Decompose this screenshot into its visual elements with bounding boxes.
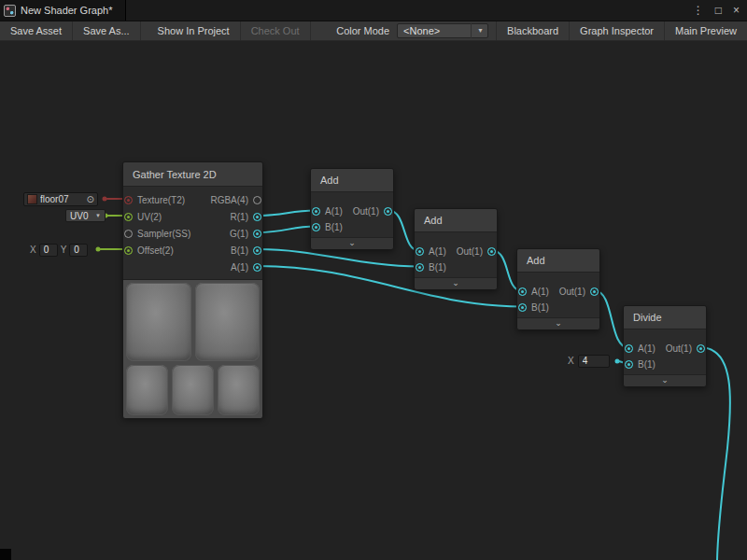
- uv-channel-value: UV0: [70, 211, 88, 221]
- port-label: B(1): [638, 359, 655, 370]
- offset-widget-port[interactable]: [96, 247, 101, 252]
- window-menu-icon[interactable]: ⋮: [693, 4, 704, 17]
- out-output-port[interactable]: [697, 344, 705, 353]
- shader-graph-toolbar: Save Asset Save As... Show In Project Ch…: [0, 21, 747, 41]
- node-title[interactable]: Gather Texture 2D: [123, 162, 262, 187]
- texture-input-port[interactable]: [124, 196, 133, 204]
- main-preview-toggle-button[interactable]: Main Preview: [664, 21, 747, 40]
- port-label: B(1): [429, 262, 446, 273]
- texture-name: floor07: [40, 194, 84, 204]
- node-texture-preview: [123, 279, 262, 418]
- uv-input-port[interactable]: [124, 213, 133, 221]
- offset-y-input[interactable]: 0: [69, 244, 88, 257]
- port-label: Out(1): [559, 287, 585, 297]
- collapse-chevron-icon[interactable]: ⌄: [624, 374, 706, 386]
- color-mode-dropdown[interactable]: <None> ▼: [397, 23, 488, 38]
- shader-graph-tab[interactable]: New Shader Graph*: [0, 0, 126, 21]
- save-as-button[interactable]: Save As...: [73, 21, 141, 40]
- uv-channel-dropdown[interactable]: UV0 ▼: [65, 209, 106, 222]
- b-input-port[interactable]: [625, 360, 633, 369]
- x-axis-label: X: [568, 356, 574, 366]
- port-label: A(1): [531, 287, 549, 297]
- offset-vector2-field: X 0 Y 0: [30, 243, 88, 257]
- port-label: R(1): [231, 212, 248, 222]
- b-input-port[interactable]: [312, 223, 320, 231]
- g-output-port[interactable]: [253, 230, 261, 238]
- port-label: A(1): [325, 206, 343, 217]
- y-axis-label: Y: [61, 245, 67, 255]
- texture-widget-port[interactable]: [103, 197, 107, 202]
- graph-inspector-toggle-button[interactable]: Graph Inspector: [569, 21, 664, 40]
- port-label: Out(1): [457, 246, 483, 257]
- node-add-1[interactable]: Add A(1) B(1) Out(1) ⌄: [310, 168, 394, 249]
- node-gather-texture-2d[interactable]: Gather Texture 2D Texture(T2) RGBA(4) UV…: [122, 161, 263, 417]
- a-input-port[interactable]: [416, 247, 424, 256]
- stone-tile: [126, 365, 168, 415]
- port-label: UV(2): [137, 212, 162, 222]
- port-label: Offset(2): [137, 245, 174, 256]
- node-title[interactable]: Divide: [624, 306, 706, 329]
- node-title[interactable]: Add: [517, 249, 599, 273]
- collapse-chevron-icon[interactable]: ⌄: [415, 277, 497, 289]
- object-picker-icon[interactable]: ⊙: [87, 194, 94, 204]
- divide-b-input[interactable]: 4: [578, 355, 610, 368]
- port-label: Out(1): [666, 343, 692, 354]
- stone-tile: [218, 365, 260, 415]
- check-out-button: Check Out: [241, 21, 311, 40]
- port-row: Texture(T2) RGBA(4): [123, 191, 262, 208]
- show-in-project-button[interactable]: Show In Project: [148, 21, 241, 40]
- node-divide[interactable]: Divide A(1) B(1) Out(1) ⌄: [623, 305, 707, 386]
- port-label: A(1): [231, 262, 248, 273]
- a-output-port[interactable]: [253, 263, 261, 272]
- out-output-port[interactable]: [590, 287, 599, 296]
- stone-tile: [195, 283, 261, 361]
- corner-box: [0, 549, 11, 560]
- r-output-port[interactable]: [253, 213, 261, 221]
- x-axis-label: X: [30, 245, 36, 255]
- edge-r-to-add1-a[interactable]: [258, 211, 316, 217]
- graph-edges-layer: [0, 0, 747, 560]
- window-title: New Shader Graph*: [21, 5, 112, 16]
- port-label: A(1): [638, 343, 655, 354]
- out-output-port[interactable]: [487, 247, 496, 256]
- b-input-port[interactable]: [518, 303, 527, 312]
- out-output-port[interactable]: [384, 207, 392, 216]
- rgba-output-port[interactable]: [253, 196, 261, 204]
- port-row: A(1): [123, 259, 262, 275]
- edge-g-to-add1-b[interactable]: [258, 227, 316, 233]
- stone-tile: [126, 283, 191, 361]
- node-add-2[interactable]: Add A(1) B(1) Out(1) ⌄: [414, 208, 498, 289]
- window-close-icon[interactable]: ×: [733, 4, 740, 17]
- port-label: RGBA(4): [210, 195, 248, 205]
- chevron-down-icon: ▼: [95, 213, 101, 218]
- port-label: Out(1): [353, 206, 379, 217]
- a-input-port[interactable]: [312, 207, 320, 216]
- stone-tile: [172, 365, 214, 415]
- offset-input-port[interactable]: [124, 246, 133, 255]
- node-add-3[interactable]: Add A(1) B(1) Out(1) ⌄: [516, 248, 600, 329]
- a-input-port[interactable]: [518, 287, 527, 296]
- collapse-chevron-icon[interactable]: ⌄: [517, 317, 599, 329]
- chevron-down-icon: ▼: [471, 23, 484, 38]
- port-row: UV(2) R(1): [123, 208, 262, 225]
- window-titlebar: New Shader Graph* ⋮ □ ×: [0, 0, 747, 21]
- port-label: B(1): [325, 222, 343, 232]
- window-maximize-icon[interactable]: □: [715, 4, 722, 17]
- collapse-chevron-icon[interactable]: ⌄: [311, 237, 393, 249]
- shader-graph-icon: [4, 5, 16, 17]
- x4-widget-port[interactable]: [615, 359, 620, 364]
- b-input-port[interactable]: [416, 263, 424, 272]
- a-input-port[interactable]: [625, 344, 633, 353]
- blackboard-toggle-button[interactable]: Blackboard: [496, 21, 569, 40]
- node-title[interactable]: Add: [311, 169, 393, 192]
- sampler-input-port[interactable]: [124, 230, 133, 238]
- color-mode-value: <None>: [403, 25, 440, 36]
- node-title[interactable]: Add: [415, 209, 497, 232]
- texture-object-field[interactable]: floor07 ⊙: [23, 192, 98, 206]
- b-output-port[interactable]: [253, 246, 261, 255]
- save-asset-button[interactable]: Save Asset: [0, 21, 73, 40]
- edge-b-to-add2-b[interactable]: [258, 249, 419, 267]
- offset-x-input[interactable]: 0: [39, 244, 58, 257]
- port-row: Sampler(SS) G(1): [123, 225, 262, 242]
- port-label: Texture(T2): [137, 195, 185, 205]
